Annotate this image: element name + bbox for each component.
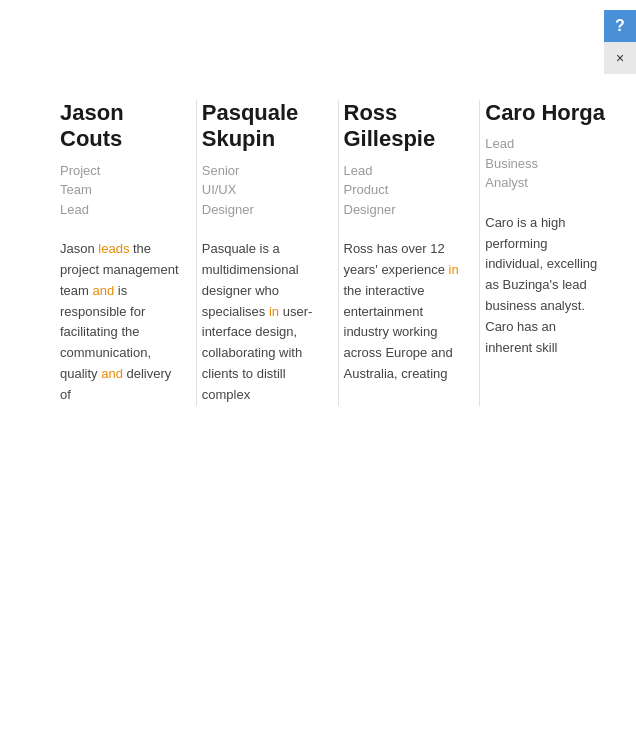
column-divider (479, 100, 480, 406)
person-name-ross: Ross Gillespie (344, 100, 465, 153)
help-button[interactable]: ? (604, 10, 636, 42)
close-button[interactable]: × (604, 42, 636, 74)
person-name-jason: Jason Couts (60, 100, 181, 153)
person-name-pasquale: Pasquale Skupin (202, 100, 323, 153)
person-column-pasquale: Pasquale SkupinSenior UI/UX DesignerPasq… (202, 100, 333, 406)
person-bio-jason: Jason leads the project management team … (60, 239, 181, 405)
person-column-jason: Jason CoutsProject Team LeadJason leads … (60, 100, 191, 406)
help-widget: ? × (604, 10, 636, 74)
person-title-pasquale: Senior UI/UX Designer (202, 161, 323, 220)
person-bio-ross: Ross has over 12 years' experience in th… (344, 239, 465, 385)
column-divider (338, 100, 339, 406)
person-title-caro: Lead Business Analyst (485, 134, 606, 193)
person-bio-pasquale: Pasquale is a multidimensional designer … (202, 239, 323, 405)
person-column-ross: Ross GillespieLead Product DesignerRoss … (344, 100, 475, 406)
person-title-ross: Lead Product Designer (344, 161, 465, 220)
person-name-caro: Caro Horga (485, 100, 606, 126)
team-section: Jason CoutsProject Team LeadJason leads … (0, 0, 636, 426)
column-divider (196, 100, 197, 406)
person-column-caro: Caro HorgaLead Business AnalystCaro is a… (485, 100, 616, 406)
person-bio-caro: Caro is a high performing individual, ex… (485, 213, 606, 359)
person-title-jason: Project Team Lead (60, 161, 181, 220)
